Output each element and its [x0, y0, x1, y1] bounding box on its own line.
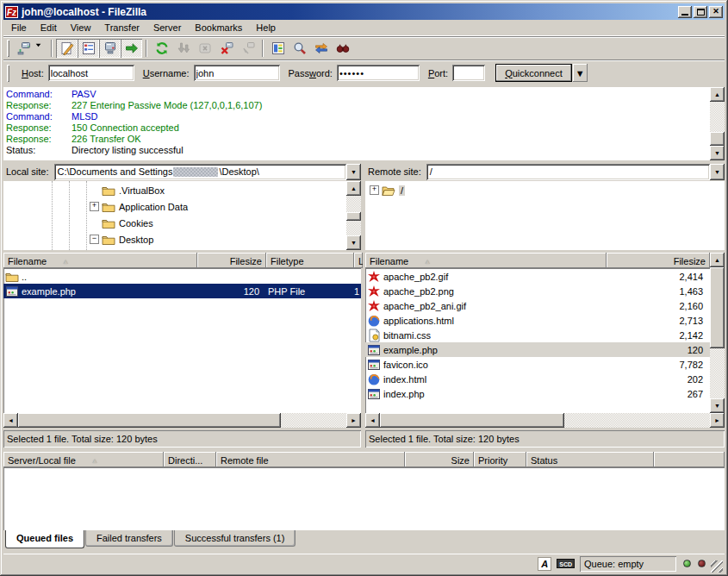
menu-help[interactable]: Help — [249, 21, 283, 34]
compare-button[interactable] — [289, 39, 310, 58]
column-header-size[interactable]: Size — [405, 452, 474, 467]
folder-icon — [102, 216, 115, 230]
host-input[interactable] — [48, 65, 134, 81]
close-button[interactable]: ✕ — [709, 6, 723, 18]
scroll-thumb[interactable] — [710, 267, 725, 348]
refresh-button[interactable] — [151, 39, 172, 58]
menu-edit[interactable]: Edit — [34, 21, 64, 34]
column-header-status[interactable]: Status — [526, 452, 654, 467]
scroll-thumb[interactable] — [346, 212, 361, 220]
collapse-icon[interactable]: − — [90, 235, 99, 244]
column-header-priority[interactable]: Priority — [474, 452, 526, 467]
scroll-track[interactable] — [710, 267, 725, 398]
tree-item-applicationdata[interactable]: +Application Data — [3, 198, 346, 215]
column-header-directi[interactable]: Directi... — [164, 452, 216, 467]
toggle-remote-tree-button[interactable] — [99, 39, 121, 58]
port-input[interactable] — [452, 65, 485, 81]
site-manager-button[interactable] — [13, 39, 34, 58]
local-path-combo[interactable]: C:\Documents and Settings\Desktop\ — [54, 164, 346, 180]
file-row-[interactable]: .. — [3, 269, 361, 284]
remote-path: / — [430, 166, 432, 177]
horizontal-scrollbar[interactable]: ◄► — [365, 413, 725, 428]
scroll-track[interactable] — [380, 413, 710, 428]
filter-button[interactable] — [267, 39, 289, 58]
tree-item-virtualbox[interactable]: .VirtualBox — [3, 182, 346, 198]
local-path-dropdown[interactable]: ▼ — [346, 164, 361, 180]
column-header-filetype[interactable]: Filetype — [266, 253, 354, 268]
vertical-scrollbar[interactable]: ▲▼ — [710, 87, 725, 160]
file-row-indexhtml[interactable]: index.html202 — [365, 372, 710, 386]
column-header-filename[interactable]: Filename▲ — [365, 253, 607, 268]
column-header-serverlocalfile[interactable]: Server/Local file▲ — [3, 452, 164, 467]
file-row-indexphp[interactable]: index.php267 — [365, 386, 710, 401]
file-row-examplephp[interactable]: example.php120 — [365, 342, 710, 357]
remote-path-dropdown[interactable]: ▼ — [710, 164, 725, 180]
menu-view[interactable]: View — [64, 21, 98, 34]
maximize-button[interactable] — [694, 6, 707, 18]
expand-icon[interactable]: + — [370, 185, 379, 195]
scroll-up-button[interactable]: ▲ — [710, 253, 725, 267]
log-line: Response:227 Entering Passive Mode (127,… — [6, 100, 710, 111]
disconnect-button[interactable] — [215, 39, 237, 58]
file-row-applicationshtml[interactable]: applications.html2,713 — [365, 313, 710, 328]
username-input[interactable] — [194, 65, 280, 81]
quickconnect-grip[interactable] — [7, 65, 9, 82]
sync-browse-button[interactable] — [310, 39, 332, 58]
remote-path-combo[interactable]: / — [426, 164, 710, 180]
scroll-track[interactable] — [18, 413, 346, 428]
tree-item-[interactable]: +/ — [365, 182, 725, 198]
menu-file[interactable]: File — [4, 21, 34, 34]
scroll-track[interactable] — [346, 196, 361, 235]
vertical-scrollbar[interactable]: ▲▼ — [710, 253, 725, 413]
file-row-apachepb2anigif[interactable]: apache_pb2_ani.gif2,160 — [365, 298, 710, 313]
scroll-left-button[interactable]: ◄ — [3, 413, 18, 428]
tab-queued-files[interactable]: Queued files — [5, 530, 84, 548]
scroll-up-button[interactable]: ▲ — [710, 87, 725, 102]
file-row-faviconico[interactable]: favicon.ico7,782 — [365, 357, 710, 372]
toggle-message-log-button[interactable] — [56, 39, 78, 58]
folderopen-icon — [382, 184, 395, 197]
menu-transfer[interactable]: Transfer — [97, 21, 146, 34]
password-input[interactable] — [337, 65, 420, 81]
scroll-thumb[interactable] — [380, 413, 564, 428]
file-row-apachepb2png[interactable]: apache_pb2.png1,463 — [365, 284, 710, 298]
toggle-local-tree-button[interactable] — [78, 39, 99, 58]
resize-grip[interactable] — [711, 560, 723, 573]
vertical-scrollbar[interactable]: ▲▼ — [346, 181, 361, 250]
column-header-filesize[interactable]: Filesize — [197, 253, 266, 268]
quickconnect-dropdown[interactable]: ▼ — [573, 64, 588, 82]
tab-successful-transfers--1-[interactable]: Successful transfers (1) — [174, 530, 296, 547]
scroll-left-button[interactable]: ◄ — [365, 413, 380, 428]
find-button[interactable] — [332, 39, 353, 58]
column-header-filler — [654, 452, 725, 467]
scroll-right-button[interactable]: ► — [346, 413, 361, 428]
scroll-thumb[interactable] — [18, 413, 281, 428]
menu-server[interactable]: Server — [146, 21, 188, 34]
column-header-remotefile[interactable]: Remote file — [216, 452, 405, 467]
transfer-type-icon[interactable]: A — [538, 557, 551, 571]
toolbar-grip[interactable] — [7, 40, 9, 57]
scroll-right-button[interactable]: ► — [710, 413, 725, 428]
file-row-apachepb2gif[interactable]: apache_pb2.gif2,414 — [365, 269, 710, 284]
column-header-filename[interactable]: Filename▲ — [3, 253, 197, 268]
scd-indicator-icon[interactable]: SCD — [557, 559, 575, 568]
scroll-up-button[interactable]: ▲ — [346, 181, 361, 196]
file-row-examplephp[interactable]: example.php120PHP File1 — [3, 284, 361, 298]
scroll-down-button[interactable]: ▼ — [346, 235, 361, 250]
tab-failed-transfers[interactable]: Failed transfers — [85, 530, 173, 547]
scroll-down-button[interactable]: ▼ — [710, 146, 725, 160]
file-row-bitnamicss[interactable]: bitnami.css2,142 — [365, 328, 710, 342]
menu-bookmarks[interactable]: Bookmarks — [188, 21, 249, 34]
tree-item-desktop[interactable]: −Desktop — [3, 231, 346, 247]
column-header-filesize[interactable]: Filesize — [607, 253, 710, 268]
tree-item-cookies[interactable]: Cookies — [3, 215, 346, 231]
minimize-button[interactable] — [678, 6, 692, 18]
horizontal-scrollbar[interactable]: ◄► — [3, 413, 361, 428]
scroll-thumb[interactable] — [710, 132, 725, 146]
site-manager-dropdown[interactable] — [34, 39, 47, 58]
scroll-down-button[interactable]: ▼ — [710, 398, 725, 413]
toggle-queue-button[interactable] — [121, 39, 142, 58]
scroll-track[interactable] — [710, 102, 725, 146]
expand-icon[interactable]: + — [90, 202, 99, 211]
quickconnect-button[interactable]: Quickconnect — [495, 64, 572, 82]
